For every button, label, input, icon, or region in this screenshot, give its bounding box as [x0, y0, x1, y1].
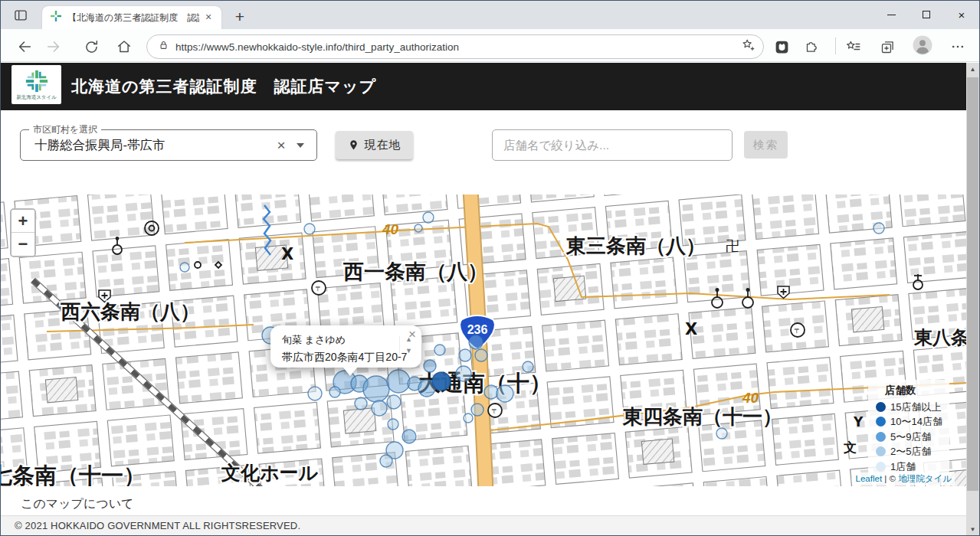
site-logo: 新北海道スタイル	[11, 65, 61, 104]
popup-scroll-control: ▲ ▼	[399, 336, 412, 355]
legend-swatch	[876, 446, 886, 456]
street-label: 七条南（十一）	[1, 462, 146, 486]
refresh-button[interactable]	[81, 37, 101, 57]
store-cluster-marker[interactable]	[402, 430, 416, 443]
store-cluster-marker[interactable]	[456, 366, 471, 381]
store-cluster-marker[interactable]	[434, 345, 445, 355]
store-cluster-marker[interactable]	[180, 263, 189, 272]
svg-text:236: 236	[467, 323, 488, 336]
store-cluster-marker[interactable]	[432, 372, 451, 391]
legend-item: 10〜14店舗	[876, 417, 945, 427]
store-cluster-marker[interactable]	[464, 413, 473, 423]
logo-text: 新北海道スタイル	[16, 94, 57, 101]
collections-icon[interactable]	[877, 37, 897, 57]
maximize-button[interactable]	[909, 1, 944, 28]
map-container[interactable]: X X 卍 Y 文 〒 〒 〒 西一条南（八） 東三条南（八） 西六条南（八） …	[1, 194, 968, 486]
minimize-button[interactable]	[873, 1, 909, 28]
store-cluster-marker[interactable]	[497, 385, 513, 402]
close-icon: ×	[959, 9, 965, 21]
zoom-in-button[interactable]: +	[11, 210, 34, 233]
store-cluster-marker[interactable]	[475, 349, 487, 361]
zoom-out-button[interactable]: −	[11, 233, 34, 256]
scrollbar-down-icon[interactable]: ▼	[966, 523, 979, 536]
extension-badge-icon[interactable]	[772, 37, 792, 57]
store-cluster-marker[interactable]	[873, 223, 884, 234]
legend-swatch	[876, 432, 886, 442]
current-location-label: 現在地	[365, 138, 402, 152]
lock-icon[interactable]	[158, 39, 169, 54]
home-button[interactable]	[114, 37, 134, 57]
filter-bar: 市区町村を選択 十勝総合振興局-帯広市 × 現在地 検索	[1, 110, 968, 194]
map-canvas[interactable]: X X 卍 Y 文 〒 〒 〒 西一条南（八） 東三条南（八） 西六条南（八） …	[1, 194, 968, 486]
store-cluster-marker[interactable]	[423, 212, 434, 223]
store-cluster-marker[interactable]	[329, 387, 340, 397]
store-cluster-marker[interactable]	[424, 360, 436, 372]
url-text[interactable]: https://www5.newhokkaido-style.info/thir…	[175, 41, 740, 53]
site-header: 新北海道スタイル 北海道の第三者認証制度 認証店マップ	[1, 63, 968, 110]
scroll-down-icon[interactable]: ▼	[405, 348, 412, 355]
tab-actions-menu-icon[interactable]	[11, 7, 30, 24]
svg-text:卍: 卍	[726, 237, 739, 253]
legend-swatch	[876, 462, 886, 472]
municipality-select[interactable]: 市区町村を選択 十勝総合振興局-帯広市 ×	[20, 129, 317, 161]
store-cluster-marker[interactable]	[716, 428, 727, 439]
svg-text:〒: 〒	[492, 407, 499, 415]
svg-text:X: X	[281, 245, 293, 263]
add-favorite-icon[interactable]	[740, 38, 755, 56]
store-cluster-marker[interactable]	[380, 455, 392, 467]
store-popup: × 旬菜 まさゆめ 帯広市西20条南4丁目20-7 ▲ ▼	[270, 325, 421, 368]
store-cluster-marker[interactable]	[308, 387, 322, 400]
extensions-puzzle-icon[interactable]	[801, 37, 821, 57]
new-tab-button[interactable]: +	[229, 7, 251, 27]
scrollbar-up-icon[interactable]: ▲	[966, 63, 979, 76]
street-label: 西六条南（八）	[61, 300, 200, 323]
legend-label: 1店舗	[890, 462, 916, 472]
map-attribution: Leaflet | © 地理院タイル	[853, 472, 955, 485]
store-cluster-marker[interactable]	[387, 370, 410, 393]
favorites-icon[interactable]	[844, 37, 864, 57]
store-cluster-marker[interactable]	[469, 335, 483, 349]
legend-swatch	[876, 417, 886, 427]
store-cluster-marker[interactable]	[415, 224, 422, 232]
window-controls: ×	[873, 1, 979, 29]
scroll-up-icon[interactable]: ▲	[405, 336, 412, 343]
legend-item: 1店舗	[876, 462, 945, 472]
settings-menu-icon[interactable]	[948, 37, 968, 57]
site-footer: © 2021 HOKKAIDO GOVERNMENT ALL RIGHTSRES…	[1, 515, 968, 536]
profile-avatar[interactable]	[913, 35, 932, 58]
forward-button[interactable]	[44, 37, 64, 57]
scrollbar-thumb[interactable]	[967, 77, 978, 491]
browser-tab[interactable]: 【北海道の第三者認証制度 認証 ×	[42, 6, 221, 29]
address-bar[interactable]: https://www5.newhokkaido-style.info/thir…	[146, 34, 764, 59]
clear-selection-icon[interactable]: ×	[270, 137, 292, 154]
store-cluster-marker[interactable]	[355, 397, 367, 410]
store-cluster-marker[interactable]	[484, 385, 498, 399]
back-button[interactable]	[15, 37, 34, 57]
street-label: 東四条南（十一）	[622, 405, 782, 428]
store-cluster-marker[interactable]	[388, 419, 398, 430]
store-cluster-marker[interactable]	[304, 224, 315, 234]
current-location-button[interactable]: 現在地	[336, 131, 413, 159]
store-cluster-marker[interactable]	[363, 376, 389, 402]
store-cluster-marker[interactable]	[387, 395, 401, 409]
store-cluster-marker[interactable]	[471, 404, 483, 416]
map-legend: 店舗数 15店舗以上 10〜14店舗 5〜9店舗 2〜5店舗 1店舗	[868, 380, 949, 478]
tab-close-icon[interactable]: ×	[202, 11, 215, 25]
svg-text:X: X	[685, 320, 697, 338]
chevron-down-icon[interactable]	[297, 143, 304, 148]
search-button[interactable]: 検索	[744, 131, 788, 159]
gsi-tiles-link[interactable]: 地理院タイル	[898, 474, 952, 483]
store-cluster-marker[interactable]	[523, 361, 533, 372]
logo-pinwheel-icon	[25, 69, 49, 93]
store-cluster-marker[interactable]	[372, 400, 387, 416]
store-cluster-marker[interactable]	[459, 349, 471, 361]
legend-title: 店舗数	[885, 385, 945, 396]
store-name-search-input[interactable]	[492, 129, 733, 161]
page-scrollbar[interactable]: ▲ ▼	[966, 63, 979, 536]
about-map-link[interactable]: このマップについて	[21, 496, 133, 512]
close-window-button[interactable]: ×	[944, 1, 979, 28]
leaflet-link[interactable]: Leaflet	[856, 474, 883, 483]
municipality-select-label: 市区町村を選択	[29, 123, 101, 136]
svg-text:40: 40	[742, 390, 759, 406]
popup-tail	[343, 368, 357, 376]
